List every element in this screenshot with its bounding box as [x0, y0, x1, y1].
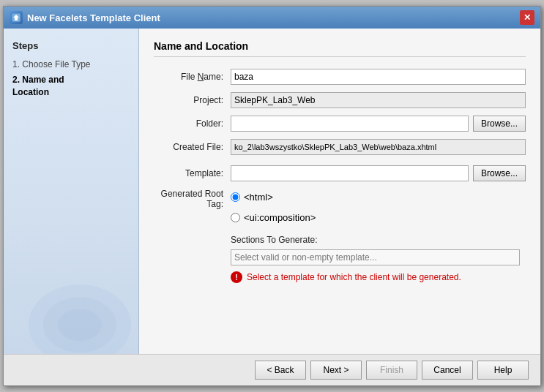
project-row: Project: [154, 92, 526, 108]
generated-root-row: Generated Root Tag: <html> [154, 189, 526, 209]
sections-label-row: Sections To Generate: [154, 234, 526, 245]
dialog: New Facelets Template Client ✕ Steps 1. … [3, 6, 541, 386]
folder-label: Folder: [154, 118, 231, 129]
radio-ui-composition-row: <ui:composition> [231, 212, 316, 223]
main-panel: Name and Location File Name: Project: Fo… [139, 29, 540, 354]
step-2-num: 2. [12, 75, 22, 85]
dialog-icon [10, 11, 23, 24]
template-browse-button[interactable]: Browse... [473, 165, 526, 181]
svg-point-3 [58, 309, 102, 341]
radio-ui-composition[interactable] [231, 213, 240, 222]
help-button[interactable]: Help [477, 361, 529, 380]
title-bar: New Facelets Template Client ✕ [4, 7, 540, 29]
cancel-button[interactable]: Cancel [422, 361, 473, 380]
sidebar-heading: Steps [12, 40, 130, 51]
template-row: Template: Browse... [154, 165, 526, 181]
created-file-row: Created File: [154, 139, 526, 155]
steps-list: 1. Choose File Type 2. Name andLocation [12, 59, 130, 98]
created-file-input [231, 139, 526, 155]
finish-button[interactable]: Finish [366, 361, 417, 380]
close-button[interactable]: ✕ [520, 10, 534, 25]
error-text: Select a template for which the client w… [247, 272, 461, 282]
next-button[interactable]: Next > [310, 361, 362, 380]
step-1-num: 1. [12, 59, 22, 69]
error-row: ! Select a template for which the client… [231, 271, 526, 283]
radio-group: <html> [231, 192, 273, 206]
sections-input-row [154, 249, 526, 265]
step-2: 2. Name andLocation [12, 74, 130, 99]
radio-html-row: <html> [231, 192, 273, 203]
back-button[interactable]: < Back [255, 361, 306, 380]
folder-browse-button[interactable]: Browse... [473, 116, 526, 132]
template-input[interactable] [231, 165, 469, 181]
generated-root-label: Generated Root Tag: [154, 189, 231, 209]
section-heading: Name and Location [154, 40, 526, 57]
file-name-row: File Name: [154, 69, 526, 85]
step-1-label: Choose File Type [22, 59, 90, 69]
template-label: Template: [154, 168, 231, 178]
file-name-input[interactable] [231, 69, 526, 85]
radio-ui-composition-label: <ui:composition> [244, 212, 316, 223]
step-1: 1. Choose File Type [12, 59, 130, 71]
sections-input [231, 249, 520, 265]
project-label: Project: [154, 95, 231, 105]
radio-html-label: <html> [244, 192, 273, 203]
content-area: Steps 1. Choose File Type 2. Name andLoc… [4, 29, 540, 354]
error-icon: ! [231, 271, 242, 283]
sections-label: Sections To Generate: [231, 235, 318, 245]
folder-input[interactable] [231, 116, 469, 132]
project-input [231, 92, 526, 108]
radio-ui-row: <ui:composition> [154, 212, 526, 227]
file-name-label: File Name: [154, 72, 231, 82]
folder-row: Folder: Browse... [154, 116, 526, 132]
radio-html[interactable] [231, 192, 240, 202]
dialog-title: New Facelets Template Client [27, 12, 520, 23]
button-bar: < Back Next > Finish Cancel Help [4, 354, 540, 385]
created-file-label: Created File: [154, 142, 231, 152]
sidebar: Steps 1. Choose File Type 2. Name andLoc… [4, 29, 139, 354]
